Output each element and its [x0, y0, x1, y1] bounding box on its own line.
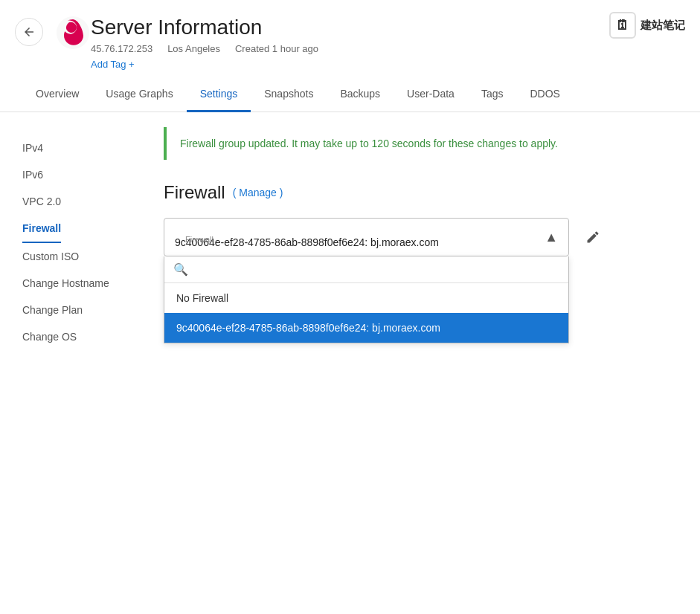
sidebar-item-plan[interactable]: Change Plan [22, 297, 134, 323]
manage-link[interactable]: ( Manage ) [233, 187, 283, 198]
firewall-dropdown[interactable]: Firewall 9c40064e-ef28-4785-86ab-8898f0e… [164, 218, 569, 343]
sidebar-item-ipv6[interactable]: IPv6 [22, 161, 134, 188]
firewall-title: Firewall [164, 182, 225, 203]
dropdown-label: Firewall [185, 235, 213, 244]
content-area: IPv4 IPv6 VPC 2.0 Firewall Custom ISO Ch… [0, 112, 700, 484]
search-icon: 🔍 [173, 262, 188, 277]
alert-message: Firewall group updated. It may take up t… [180, 138, 558, 149]
dropdown-option-selected[interactable]: 9c40064e-ef28-4785-86ab-8898f0ef6e24: bj… [164, 313, 568, 343]
sidebar-item-os[interactable]: Change OS [22, 323, 134, 350]
nav-tabs: Overview Usage Graphs Settings Snapshots… [0, 77, 700, 112]
firewall-header: Firewall ( Manage ) [164, 182, 678, 203]
server-ip: 45.76.172.253 [91, 43, 152, 54]
main-panel: Firewall group updated. It may take up t… [149, 112, 700, 484]
firewall-dropdown-wrapper: Firewall 9c40064e-ef28-4785-86ab-8898f0e… [164, 218, 569, 343]
tab-settings[interactable]: Settings [187, 77, 251, 112]
page-title: Server Information [91, 15, 678, 40]
dropdown-search-input[interactable] [194, 263, 559, 275]
sidebar: IPv4 IPv6 VPC 2.0 Firewall Custom ISO Ch… [0, 112, 149, 484]
watermark-text: 建站笔记 [640, 19, 685, 33]
tab-usage-graphs[interactable]: Usage Graphs [92, 77, 186, 112]
tab-user-data[interactable]: User-Data [394, 77, 468, 112]
sidebar-item-ipv4[interactable]: IPv4 [22, 135, 134, 161]
tab-ddos[interactable]: DDOS [516, 77, 573, 112]
chevron-up-icon: ▲ [545, 230, 558, 245]
dropdown-search-container: 🔍 [164, 256, 568, 283]
watermark-icon: 🗓 [609, 12, 636, 39]
server-location: Los Angeles [167, 43, 220, 54]
sidebar-item-firewall[interactable]: Firewall [22, 215, 61, 243]
server-info: Server Information 45.76.172.253 Los Ang… [91, 15, 678, 70]
tab-backups[interactable]: Backups [327, 77, 394, 112]
dropdown-panel: 🔍 No Firewall 9c40064e-ef28-4785-86ab-88… [164, 256, 569, 343]
sidebar-item-custom-iso[interactable]: Custom ISO [22, 243, 134, 270]
watermark: 🗓 建站笔记 [609, 12, 685, 39]
edit-icon-button[interactable] [579, 224, 606, 251]
sidebar-item-hostname[interactable]: Change Hostname [22, 270, 134, 297]
header: Server Information 45.76.172.253 Los Ang… [0, 0, 700, 77]
dropdown-value: 9c40064e-ef28-4785-86ab-8898f0ef6e24: bj… [175, 227, 545, 248]
debian-logo [55, 15, 91, 51]
dropdown-option-no-firewall[interactable]: No Firewall [164, 283, 568, 313]
server-created: Created 1 hour ago [235, 43, 318, 54]
server-meta: 45.76.172.253 Los Angeles Created 1 hour… [91, 43, 678, 54]
alert-banner: Firewall group updated. It may take up t… [164, 127, 678, 160]
dropdown-selected[interactable]: Firewall 9c40064e-ef28-4785-86ab-8898f0e… [164, 218, 569, 256]
sidebar-item-vpc[interactable]: VPC 2.0 [22, 188, 134, 215]
back-button[interactable] [15, 18, 43, 46]
tab-snapshots[interactable]: Snapshots [251, 77, 327, 112]
add-tag-button[interactable]: Add Tag + [91, 59, 135, 70]
tab-tags[interactable]: Tags [468, 77, 517, 112]
tab-overview[interactable]: Overview [22, 77, 92, 112]
